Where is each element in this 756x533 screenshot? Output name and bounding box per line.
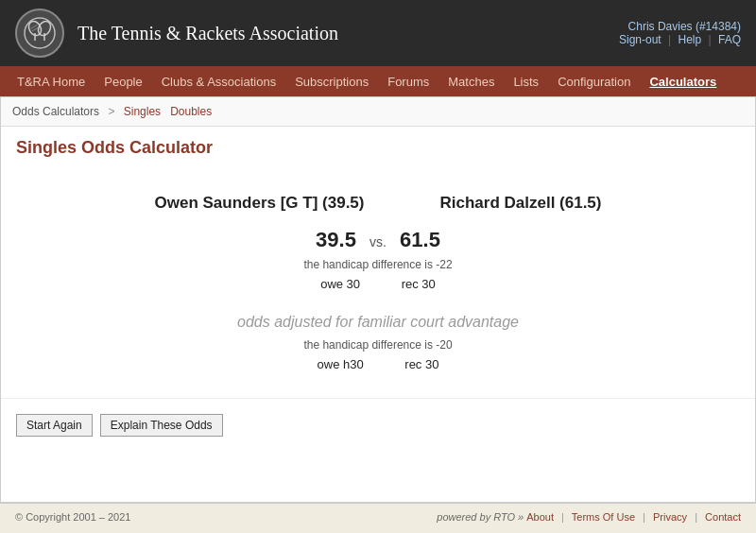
header-left: The Tennis & Rackets Association [15,9,338,58]
copyright: © Copyright 2001 – 2021 [15,511,130,523]
nav-item-configuration[interactable]: Configuration [548,69,640,95]
footer: © Copyright 2001 – 2021 powered by RTO »… [0,503,756,530]
rec2-label: rec 30 [404,357,438,371]
nav-item-clubs[interactable]: Clubs & Associations [152,69,285,95]
header-user-area: Chris Davies (#14384) Sign-out | Help | … [619,20,741,46]
player2-name: Richard Dalzell (61.5) [439,194,601,213]
about-link[interactable]: About [526,511,554,523]
odds-row2: owe h30 rec 30 [20,357,736,371]
handicap-diff: the handicap difference is -22 [20,258,736,271]
explain-odds-button[interactable]: Explain These Odds [100,414,223,437]
players-row: Owen Saunders [G T] (39.5) Richard Dalze… [20,194,736,213]
nav-item-subscriptions[interactable]: Subscriptions [285,69,378,95]
start-again-button[interactable]: Start Again [16,414,93,437]
breadcrumb: Odds Calculators > Singles Doubles [1,97,755,127]
court-advantage-title: odds adjusted for familiar court advanta… [20,314,736,331]
page-title: Singles Odds Calculator [1,127,755,165]
faq-link[interactable]: FAQ [718,33,741,46]
nav-item-forums[interactable]: Forums [378,69,438,95]
court-advantage-section: odds adjusted for familiar court advanta… [20,314,736,371]
buttons-area: Start Again Explain These Odds [1,398,755,452]
site-title: The Tennis & Rackets Association [77,23,338,44]
score2: 61.5 [400,228,440,251]
privacy-link[interactable]: Privacy [653,511,687,523]
contact-link[interactable]: Contact [705,511,741,523]
footer-right: powered by RTO » About | Terms Of Use | … [437,511,741,523]
nav-item-matches[interactable]: Matches [438,69,504,95]
svg-line-5 [31,25,38,28]
nav-item-calculators[interactable]: Calculators [640,69,726,95]
player1-name: Owen Saunders [G T] (39.5) [154,194,364,213]
powered-by-text: powered by RTO » [437,511,524,523]
nav-item-lists[interactable]: Lists [504,69,548,95]
logo [15,9,64,58]
breadcrumb-doubles[interactable]: Doubles [170,105,212,118]
main-nav: T&RA Home People Clubs & Associations Su… [0,66,756,96]
username-link[interactable]: Chris Davies (#14384) [628,20,741,33]
breadcrumb-singles[interactable]: Singles [124,105,161,118]
header: The Tennis & Rackets Association Chris D… [0,0,756,66]
odds-row: owe 30 rec 30 [20,277,736,291]
nav-item-people[interactable]: People [94,69,151,95]
score1: 39.5 [316,228,356,251]
rec-label: rec 30 [402,277,436,291]
nav-item-tra-home[interactable]: T&RA Home [8,69,94,95]
content-wrapper: Odds Calculators > Singles Doubles Singl… [0,96,756,503]
sign-out-link[interactable]: Sign-out [619,33,662,46]
terms-link[interactable]: Terms Of Use [572,511,635,523]
scores-row: 39.5 vs. 61.5 [20,228,736,252]
breadcrumb-parent: Odds Calculators [12,105,99,118]
owe2-label: owe h30 [318,357,364,371]
vs-label: vs. [369,234,387,249]
handicap-diff2: the handicap difference is -20 [20,338,736,352]
help-link[interactable]: Help [678,33,701,46]
owe-label: owe 30 [320,277,360,291]
main-content: Owen Saunders [G T] (39.5) Richard Dalze… [1,165,755,398]
